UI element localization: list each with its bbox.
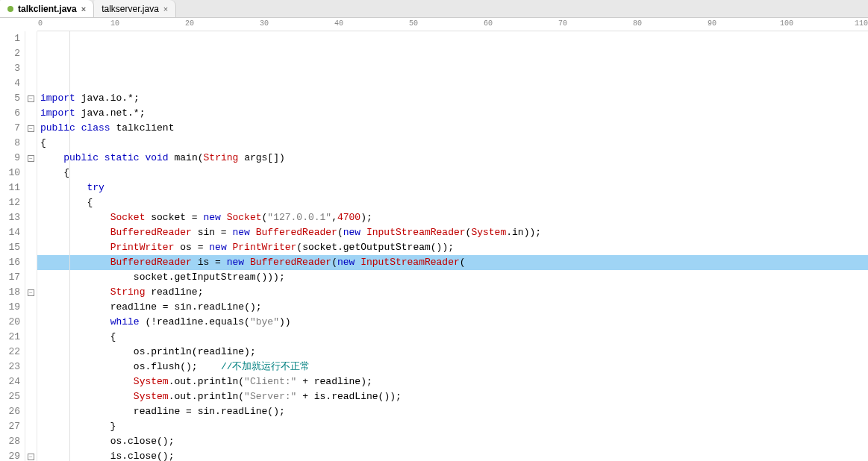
token-punc	[40, 361, 134, 372]
token-punc: java	[75, 92, 104, 104]
fold-marker	[25, 270, 37, 285]
ruler-tick: 60	[484, 19, 493, 28]
token-punc: !	[151, 316, 157, 327]
line-number-gutter: 1234567891011121314151617181920212223242…	[0, 31, 25, 461]
code-line[interactable]: readline = sin.readLine();	[37, 300, 868, 315]
code-line[interactable]: import java.io.*;	[37, 91, 868, 106]
line-number: 25	[0, 389, 20, 404]
code-line[interactable]: os.close();	[37, 434, 868, 449]
fold-marker	[25, 106, 37, 121]
code-line[interactable]: os.println(readline);	[37, 345, 868, 360]
token-punc	[99, 152, 104, 163]
fold-marker[interactable]: −	[25, 151, 37, 166]
tab-talkserver[interactable]: talkserver.java ×	[94, 0, 176, 17]
token-punc: .	[192, 391, 198, 402]
code-line[interactable]: is.close();	[37, 449, 868, 461]
code-line[interactable]: BufferedReader sin = new BufferedReader(…	[37, 225, 868, 240]
token-punc: ();	[267, 406, 284, 417]
code-area[interactable]: import java.io.*;import java.net.*;publi…	[37, 31, 868, 461]
line-number: 14	[0, 225, 20, 240]
token-punc: *	[128, 92, 134, 104]
line-number: 10	[0, 166, 20, 181]
fold-marker	[25, 240, 37, 255]
code-line[interactable]: String readline;	[37, 285, 868, 300]
token-kw: new	[337, 257, 355, 268]
code-line[interactable]: {	[37, 136, 868, 151]
code-line[interactable]	[37, 76, 868, 91]
code-line[interactable]: socket.getInputStream()));	[37, 270, 868, 285]
fold-gutter[interactable]: −−−−−	[25, 31, 37, 461]
line-number: 2	[0, 46, 20, 61]
code-line[interactable]: while (!readline.equals("bye"))	[37, 315, 868, 330]
token-punc: )	[244, 346, 250, 357]
token-ident: println	[151, 346, 192, 357]
ruler: 0102030405060708090100110	[37, 18, 868, 31]
token-punc	[40, 152, 63, 163]
code-line[interactable]: System.out.println("Server:" + is.readLi…	[37, 389, 868, 404]
token-punc: .	[215, 406, 221, 417]
token-type: BufferedReader	[110, 227, 192, 238]
token-punc: .	[122, 436, 128, 447]
code-line[interactable]: public static void main(String args[])	[37, 151, 868, 166]
token-kw: static	[104, 152, 140, 163]
code-line[interactable]: public class talkclient	[37, 121, 868, 136]
token-punc	[40, 406, 134, 417]
token-punc: +	[302, 391, 308, 402]
token-ident: equals	[209, 316, 244, 327]
token-punc: ();	[157, 436, 174, 447]
token-punc	[40, 257, 110, 268]
close-icon[interactable]: ×	[81, 4, 86, 13]
code-line[interactable]: Socket socket = new Socket("127.0.0.1",4…	[37, 210, 868, 225]
code-line[interactable]: }	[37, 419, 868, 434]
code-line[interactable]: {	[37, 330, 868, 345]
token-type: String	[204, 152, 239, 163]
fold-marker[interactable]: −	[25, 449, 37, 461]
line-number: 12	[0, 195, 20, 210]
token-punc: java	[75, 107, 104, 119]
ruler-tick: 50	[409, 19, 418, 28]
token-punc: is	[192, 257, 215, 268]
line-number: 21	[0, 330, 20, 345]
token-punc: .	[104, 107, 110, 119]
fold-marker[interactable]: −	[25, 91, 37, 106]
code-line[interactable]: {	[37, 195, 868, 210]
token-punc: ))	[279, 316, 291, 327]
token-punc	[180, 406, 186, 417]
code-line[interactable]: PrintWriter os = new PrintWriter(socket.…	[37, 240, 868, 255]
token-cmt: //不加就运行不正常	[221, 361, 310, 372]
token-punc	[40, 286, 110, 298]
line-number: 16	[0, 255, 20, 270]
code-line[interactable]: import java.net.*;	[37, 106, 868, 121]
line-number: 4	[0, 76, 20, 91]
fold-marker[interactable]: −	[25, 121, 37, 136]
token-ident: readLine	[331, 391, 378, 402]
token-kw: void	[145, 152, 168, 163]
code-line[interactable]: System.out.println("Client:" + readline)…	[37, 374, 868, 389]
code-line[interactable]: os.flush(); //不加就运行不正常	[37, 360, 868, 374]
token-punc: =	[163, 301, 169, 313]
tab-talkclient[interactable]: talkclient.java ×	[0, 0, 94, 17]
token-ident: readline	[157, 316, 203, 327]
token-str: "Client:"	[244, 376, 296, 387]
code-line[interactable]: try	[37, 181, 868, 195]
fold-marker	[25, 225, 37, 240]
fold-marker[interactable]: −	[25, 285, 37, 300]
close-icon[interactable]: ×	[163, 4, 168, 13]
fold-marker	[25, 136, 37, 151]
token-type: InputStreamReader	[360, 257, 460, 268]
code-line[interactable]: BufferedReader is = new BufferedReader(n…	[37, 255, 868, 270]
code-editor[interactable]: 1234567891011121314151617181920212223242…	[0, 31, 868, 461]
fold-marker	[25, 345, 37, 360]
code-line[interactable]: readline = sin.readLine();	[37, 404, 868, 419]
line-number: 3	[0, 61, 20, 76]
token-punc	[250, 227, 256, 238]
token-punc: )	[360, 212, 366, 223]
token-punc: (	[238, 391, 244, 402]
token-punc: {	[40, 197, 93, 208]
token-punc: sin	[192, 227, 221, 238]
code-line[interactable]: {	[37, 166, 868, 181]
line-number: 26	[0, 404, 20, 419]
token-ident: net	[110, 107, 128, 119]
line-number: 9	[0, 151, 20, 166]
token-ident: readLine	[221, 406, 267, 417]
